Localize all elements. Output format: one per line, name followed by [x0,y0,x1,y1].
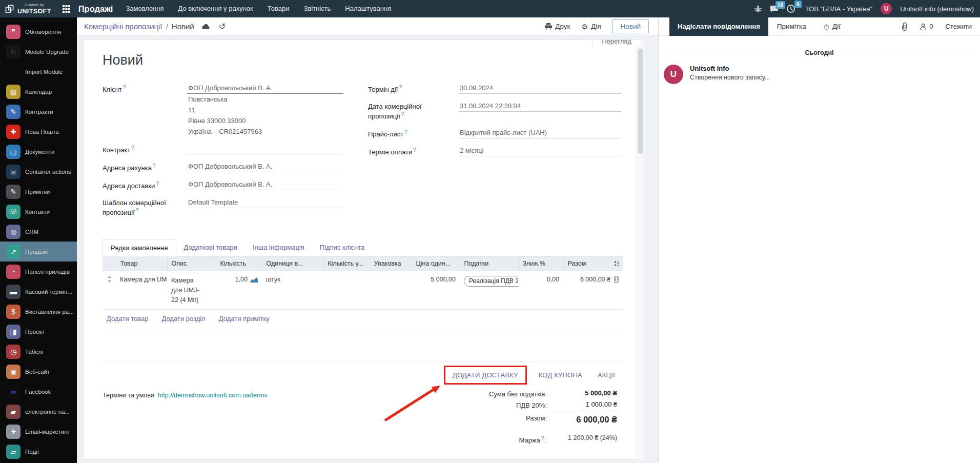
sidebar-item[interactable]: ✈ Email-маркетинг [0,421,77,441]
sidebar-item[interactable]: ❞ Обговорення [0,22,77,42]
sidebar-item[interactable]: ✎ Контракти [0,102,77,122]
terms-url-link[interactable]: http://demoshow.unitsoft.com.ua/terms [158,392,268,399]
sidebar-item[interactable]: ▦ Календар [0,82,77,102]
new-record-button[interactable]: Новий [612,19,649,33]
sidebar-item[interactable]: ◨ Проект [0,321,77,341]
sidebar-item[interactable]: ▬ Касовий термін... [0,281,77,301]
sidebar-item[interactable]: ▱ Події [0,441,77,461]
breadcrumb-parent-link[interactable]: Комерційні пропозиції [84,22,162,31]
notebook-tab[interactable]: Підпис клієнта [312,239,372,256]
followers-button[interactable]: 0 [920,23,933,30]
column-header[interactable]: Одиниця в... [262,256,323,271]
sidebar-item[interactable]: ▣ Container actions [0,162,77,182]
margin-value: 1 200,00 ₴ (24%) [553,434,617,444]
column-header[interactable]: Кількість у... [323,256,370,271]
cell-description[interactable]: Камера для UMJ-22 (4 Мп) [167,271,216,310]
sidebar-item[interactable]: ∞ Facebook [0,381,77,401]
cell-quantity[interactable]: 1,00 [216,271,262,310]
current-app-name[interactable]: Продажі [78,4,113,14]
cell-packaging[interactable] [370,271,412,310]
column-header[interactable]: Кількість [216,256,262,271]
print-button[interactable]: Друк [545,23,570,30]
payment-terms-input[interactable]: 2 місяці [459,145,621,156]
invoice-address-input[interactable]: ФОП Добровольський В. А. [187,161,343,172]
column-header[interactable]: Товар [116,256,167,271]
promotions-button[interactable]: АКЦІЇ [598,371,615,379]
sidebar-item[interactable]: ◎ CRM [0,222,77,241]
cell-discount[interactable]: 0,00 [518,271,563,310]
apps-menu-icon[interactable] [57,5,75,13]
add-shipping-button[interactable]: ДОДАТИ ДОСТАВКУ [453,371,518,379]
sidebar-item[interactable]: ↻ Module Upgrade [0,42,77,62]
discard-changes-icon[interactable]: ↺ [219,23,226,31]
help-icon: ? [413,147,416,153]
notebook-tab[interactable]: Додаткові товари [176,239,245,256]
quote-template-input[interactable]: Default Template [187,197,343,208]
company-switcher[interactable]: ТОВ "БПЛА - Україна" [805,5,872,13]
scrollbar-thumb[interactable] [638,49,643,154]
drag-handle[interactable] [103,271,116,310]
sidebar-item[interactable]: Import Module [0,62,77,82]
add-line-link[interactable]: Додати примітку [219,315,270,323]
sidebar-app-icon: ▬ [6,285,21,299]
attachments-button[interactable] [900,22,908,31]
topbar-menu-item[interactable]: Замовлення [119,0,170,17]
debug-icon[interactable] [754,5,762,13]
sidebar-item[interactable]: ✎ Примітки [0,182,77,202]
tax-tag[interactable]: Реалізація ПДВ 20 [464,276,518,287]
activities-icon[interactable]: 6 [787,5,795,13]
topbar-menu-item[interactable]: До включення у рахунок [172,0,260,17]
column-header[interactable]: Зниж.% [518,256,563,271]
column-header[interactable]: Податки [460,256,518,271]
sidebar-item[interactable]: ☏ Контакти [0,202,77,222]
optional-columns-icon[interactable] [614,260,620,268]
send-message-button[interactable]: Надіслати повідомлення [669,17,768,36]
topbar-menu-item[interactable]: Товари [261,0,296,17]
sheet-scrollbar[interactable]: ▲ [636,40,644,459]
sidebar-item[interactable]: ◔ Панелі приладів [0,261,77,281]
cell-uom[interactable]: штук [262,271,323,310]
notebook-tab[interactable]: Рядки замовлення [103,239,176,256]
preview-smart-button[interactable]: Перегляд [592,40,641,47]
sidebar-item[interactable]: ↗ Продажі [0,241,77,261]
log-note-tab[interactable]: Примітка [768,17,815,36]
messages-icon[interactable]: 18 [770,5,779,13]
topbar-menu-item[interactable]: Звітність [297,0,337,17]
action-button[interactable]: ⚙ Дія [581,23,601,31]
column-header[interactable] [103,256,116,271]
quotation-date-input[interactable]: 31.08.2024 22:28:04 [459,100,621,112]
coupon-code-button[interactable]: КОД КУПОНА [539,371,582,379]
cell-qty-packaging[interactable] [323,271,370,310]
unitsoft-logo[interactable]: Custom by UNITSOFT [0,3,57,15]
column-header[interactable]: Ціна один... [412,256,460,271]
delete-line-icon[interactable] [614,276,619,283]
expiration-input[interactable]: 30.09.2024 [459,83,621,94]
column-header[interactable]: Упаковка [370,256,412,271]
sidebar-item[interactable]: $ Виставлення ра... [0,301,77,321]
delivery-address-input[interactable]: ФОП Добровольський В. А. [187,179,343,190]
user-menu[interactable]: Unitsoft info (demoshow) [900,5,974,13]
cell-product[interactable]: Камера для UM... [116,271,167,310]
sidebar-item[interactable]: ◉ Веб-сайт [0,361,77,381]
sidebar-app-icon: ▱ [6,445,21,459]
drag-handle-icon [107,276,112,283]
cell-taxes[interactable]: Реалізація ПДВ 20 [460,271,518,310]
sidebar-item[interactable]: ▤ Документи [0,142,77,162]
notebook-tab[interactable]: Інша інформація [245,239,312,256]
field-label-contract: Контракт? [103,143,187,155]
follow-button[interactable]: Стежити [946,23,972,30]
cell-unit-price[interactable]: 5 000,00 [412,271,460,310]
sidebar-item[interactable]: ✚ Нова Пошта [0,122,77,142]
add-line-link[interactable]: Додати розділ [162,315,206,323]
topbar-menu-item[interactable]: Налаштування [338,0,398,17]
column-header[interactable]: Опис [167,256,216,271]
pricelist-input[interactable]: Відкритий прайс-лист (UAH) [459,127,621,138]
client-input[interactable]: ФОП Добровольський В. А. [187,83,343,94]
activities-tab[interactable]: ◷ Дії [815,17,849,36]
contract-input[interactable] [187,143,343,154]
add-line-link[interactable]: Додати товар [107,315,149,323]
sidebar-item[interactable]: ▰ електронне на... [0,401,77,421]
sidebar-item[interactable]: ◷ Табелі [0,341,77,361]
user-avatar[interactable]: U [881,3,892,14]
forecast-chart-icon[interactable] [250,277,258,283]
